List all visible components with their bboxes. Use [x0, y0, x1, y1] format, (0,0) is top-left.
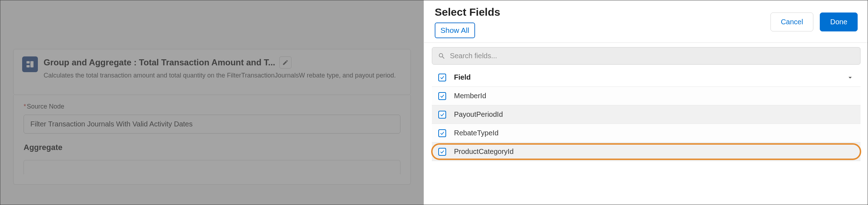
field-checkbox[interactable]: [438, 148, 446, 156]
field-label: MemberId: [454, 92, 854, 100]
show-all-button[interactable]: Show All: [435, 22, 475, 38]
field-row-payoutperiodid[interactable]: PayoutPeriodId: [432, 105, 860, 124]
field-checkbox[interactable]: [438, 92, 446, 100]
field-checkbox[interactable]: [438, 111, 446, 119]
field-column-header: Field: [454, 73, 838, 81]
chevron-down-icon[interactable]: [846, 74, 854, 81]
search-icon: [438, 52, 445, 60]
cancel-button[interactable]: Cancel: [770, 12, 813, 31]
field-label: PayoutPeriodId: [454, 110, 854, 119]
search-input[interactable]: [450, 52, 854, 60]
modal-overlay: [0, 0, 424, 205]
fields-table: Field MemberId PayoutPeriodId RebateType…: [424, 68, 868, 161]
field-row-memberid[interactable]: MemberId: [432, 87, 860, 105]
done-button[interactable]: Done: [820, 12, 858, 31]
field-label: ProductCategoryId: [454, 148, 854, 156]
field-row-productcategoryid[interactable]: ProductCategoryId: [432, 142, 860, 161]
field-header-row[interactable]: Field: [432, 68, 860, 87]
select-all-checkbox[interactable]: [438, 74, 446, 81]
field-row-rebatetypeid[interactable]: RebateTypeId: [432, 124, 860, 142]
search-field-wrapper[interactable]: [432, 47, 860, 65]
panel-title: Select Fields: [435, 6, 500, 18]
field-label: RebateTypeId: [454, 129, 854, 137]
field-checkbox[interactable]: [438, 129, 446, 137]
select-fields-panel: Select Fields Show All Cancel Done Field…: [424, 0, 868, 205]
